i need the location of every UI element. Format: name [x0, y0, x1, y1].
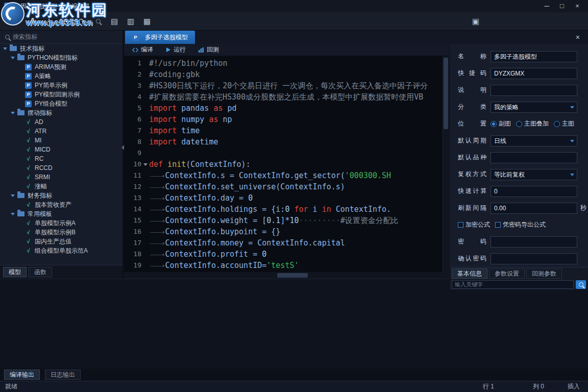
undo-icon[interactable]: ↶	[59, 15, 71, 28]
checkbox[interactable]	[458, 222, 463, 228]
text-field-0[interactable]: 多因子选股模型	[491, 51, 577, 62]
sidebar-tab[interactable]: 函数	[29, 267, 52, 277]
output-tab[interactable]: 编译输出	[4, 370, 40, 380]
tree-item-label: PYTHON模型指标	[28, 54, 78, 62]
compile-button[interactable]: 编译	[129, 44, 156, 56]
vertical-scrollbar-thumb[interactable]	[444, 58, 448, 129]
tree-item-py[interactable]: PA策略	[0, 71, 122, 81]
find-icon[interactable]	[92, 15, 104, 28]
tree-item-ind[interactable]: √MICD	[0, 145, 122, 154]
tree-item-py[interactable]: PPY简单示例	[0, 81, 122, 90]
indicator-search-input[interactable]: 搜索指标	[0, 31, 122, 44]
minimize-button[interactable]: ─	[540, 1, 553, 11]
panel-tab[interactable]: 基本信息	[452, 268, 487, 279]
export-script-icon[interactable]: ▥	[125, 15, 137, 28]
expand-arrow-icon[interactable]	[11, 57, 15, 59]
font-increase-icon[interactable]: A	[27, 15, 39, 28]
sidebar-tab[interactable]: 模型	[3, 267, 27, 277]
code-line[interactable]: 3#HS300日线下运行，20个交易日进行 一次调仓，每次买入在买入备选中因子评…	[124, 80, 449, 91]
radio-button[interactable]	[516, 121, 522, 127]
tree-item-folder[interactable]: 技术指标	[0, 44, 122, 53]
text-field-2[interactable]	[491, 85, 577, 96]
run-button[interactable]: 运行	[162, 44, 189, 56]
code-line[interactable]: 16ContextInfo.buypoint = {}	[124, 226, 449, 237]
expand-arrow-icon[interactable]	[11, 112, 15, 114]
editor-vertical-scrollbar[interactable]	[443, 56, 449, 272]
expand-arrow-icon[interactable]	[11, 194, 15, 197]
backtest-button[interactable]: 回测	[195, 44, 222, 56]
fold-arrow-icon[interactable]	[141, 159, 149, 170]
tree-item-folder[interactable]: 摆动指标	[0, 108, 122, 117]
search-icon	[5, 35, 10, 39]
radio-button[interactable]	[491, 121, 497, 127]
expand-arrow-icon[interactable]	[3, 47, 7, 50]
redo-icon[interactable]: ↷	[76, 15, 88, 28]
page-layout-icon[interactable]: ▤	[108, 15, 120, 28]
code-line[interactable]: 9	[124, 148, 449, 159]
tree-item-ind[interactable]: √AD	[0, 117, 122, 127]
text-field-6[interactable]	[491, 152, 577, 163]
close-button[interactable]: ×	[571, 1, 584, 11]
text-field-12[interactable]	[491, 253, 577, 264]
tree-item-ind[interactable]: √RC	[0, 154, 122, 163]
expand-arrow-icon[interactable]	[11, 213, 15, 215]
code-line[interactable]: 15ContextInfo.weight = [0.1]*10·········…	[124, 215, 449, 226]
panel-tab[interactable]: 参数设置	[489, 268, 525, 279]
tree-item-ind[interactable]: √MI	[0, 136, 122, 145]
tree-item-py[interactable]: PARIMA预测	[0, 62, 122, 71]
keyword-search-input[interactable]: 输入关键字	[452, 280, 574, 289]
output-tab[interactable]: 日志输出	[45, 370, 81, 380]
tree-item-ind[interactable]: √股本营收资产	[0, 200, 122, 209]
select-field-5[interactable]: 日线	[491, 135, 577, 146]
tree-item-ind[interactable]: √组合模型单股示范A	[0, 246, 122, 255]
code-line[interactable]: 1#!/usr/bin/python	[124, 58, 449, 69]
code-editor[interactable]: 1#!/usr/bin/python2#coding:gbk3#HS300日线下…	[124, 56, 449, 272]
tree-item-folder[interactable]: 常用模板	[0, 209, 122, 218]
tree-item-py[interactable]: PPY组合模型	[0, 99, 122, 108]
new-window-icon[interactable]: ▣	[470, 15, 482, 28]
text-field-1[interactable]: DYZXGMX	[491, 68, 577, 79]
search-button[interactable]	[576, 280, 586, 289]
tree-item-ind[interactable]: √涨幅	[0, 182, 122, 191]
code-line[interactable]: 6import numpy as np	[124, 114, 449, 125]
text-field-8[interactable]: 0	[491, 186, 577, 197]
code-line[interactable]: 8import datetime	[124, 136, 449, 148]
code-line[interactable]: 10def init(ContextInfo):	[124, 159, 449, 170]
code-line[interactable]: 11ContextInfo.s = ContextInfo.get_sector…	[124, 170, 449, 181]
text-field-9[interactable]: 0.00	[491, 203, 577, 214]
tree-item-ind[interactable]: √单股模型示例B	[0, 228, 122, 237]
tree-item-ind[interactable]: √单股模型示例A	[0, 218, 122, 228]
text-field-11[interactable]	[491, 236, 577, 248]
tree-item-ind[interactable]: √SRMI	[0, 173, 122, 182]
radio-button[interactable]	[554, 121, 560, 127]
code-line[interactable]: 5import pandas as pd	[124, 103, 449, 114]
font-decrease-icon[interactable]: A	[43, 15, 55, 28]
code-line[interactable]: 4#扩展数据需要在补完HS300成分股数据之后生成，本模型中扩展数据暂时使用VB	[124, 91, 449, 103]
code-line[interactable]: 17ContextInfo.money = ContextInfo.capita…	[124, 237, 449, 249]
code-line[interactable]: 2#coding:gbk	[124, 69, 449, 80]
code-line[interactable]: 19ContextInfo.accountID='testS'	[124, 260, 449, 271]
editor-document-tab[interactable]: P 多因子选股模型	[125, 31, 195, 44]
tree-item-label: 国内生产总值	[35, 237, 71, 246]
code-line[interactable]: 7import time	[124, 125, 449, 136]
editor-horizontal-scrollbar[interactable]	[124, 272, 449, 279]
select-field-3[interactable]: 我的策略	[491, 102, 577, 113]
panel-tab[interactable]: 回测参数	[526, 268, 562, 279]
select-field-7[interactable]: 等比前复权	[491, 169, 577, 180]
tree-item-ind[interactable]: √ATR	[0, 127, 122, 136]
tree-item-py[interactable]: PPY模型回测示例	[0, 90, 122, 99]
code-line[interactable]: 12ContextInfo.set_universe(ContextInfo.s…	[124, 181, 449, 192]
code-line[interactable]: 18ContextInfo.profit = 0	[124, 249, 449, 260]
import-script-icon[interactable]: ▦	[141, 15, 153, 28]
tree-item-ind[interactable]: √RCCD	[0, 163, 122, 173]
maximize-button[interactable]: □	[555, 1, 569, 11]
code-line[interactable]: 14ContextInfo.holdings = {i:0 for i in C…	[124, 204, 449, 215]
tree-item-ind[interactable]: √国内生产总值	[0, 237, 122, 246]
close-document-icon[interactable]: ×	[576, 34, 580, 41]
tree-item-folder[interactable]: 财务指标	[0, 191, 122, 200]
checkbox[interactable]	[495, 222, 501, 228]
line-number: 9	[124, 148, 141, 159]
code-line[interactable]: 13ContextInfo.day = 0	[124, 192, 449, 204]
tree-item-folder[interactable]: PYTHON模型指标	[0, 53, 122, 62]
horizontal-scrollbar-thumb[interactable]	[277, 273, 308, 278]
